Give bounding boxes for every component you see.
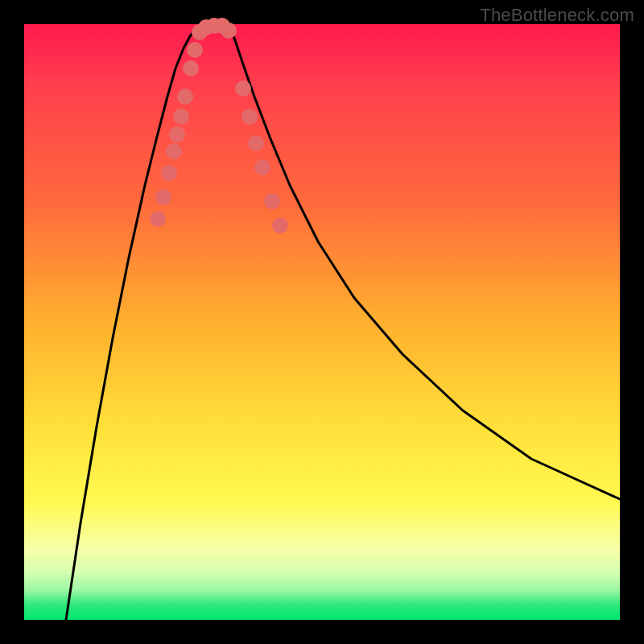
curve-right-curve	[229, 24, 620, 499]
dot	[150, 211, 166, 227]
dot	[166, 143, 182, 159]
dot	[173, 109, 189, 125]
dot	[221, 23, 237, 39]
dot	[183, 60, 199, 76]
watermark-text: TheBottleneck.com	[480, 5, 634, 26]
curve-lines	[66, 24, 620, 620]
dot	[242, 109, 258, 125]
dot	[161, 165, 177, 181]
dot	[187, 42, 203, 58]
chart-svg	[24, 24, 620, 620]
dot	[177, 89, 193, 105]
scatter-dots	[150, 18, 288, 233]
dot	[248, 135, 264, 151]
plot-area	[24, 24, 620, 620]
dot	[155, 189, 171, 205]
dot	[169, 126, 185, 142]
dot	[264, 193, 280, 209]
dot	[235, 80, 251, 97]
dot	[254, 159, 270, 175]
dot	[272, 217, 288, 233]
chart-frame: TheBottleneck.com	[0, 0, 644, 644]
